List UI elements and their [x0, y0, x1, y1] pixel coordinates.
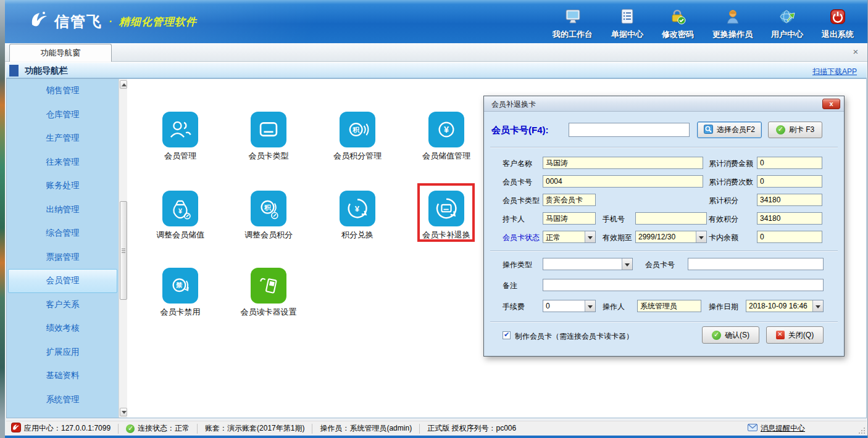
nav-user-center[interactable]: 用户中心	[771, 9, 803, 40]
chevron-down-icon[interactable]	[585, 231, 595, 242]
sidebar-item-basedata[interactable]: 基础资料	[7, 364, 119, 388]
sidebar-item-system[interactable]: 系统管理	[7, 388, 119, 412]
scrollbar-thumb[interactable]	[120, 201, 127, 300]
sidebar-item-contacts[interactable]: 往来管理	[7, 151, 119, 175]
scan-download-app-link[interactable]: 扫描下载APP	[812, 67, 857, 77]
module-adjust-points[interactable]: 积 调整会员积分	[232, 191, 306, 241]
sidebar-item-production[interactable]: 生产管理	[7, 126, 119, 151]
app-tagline: 精细化管理软件	[119, 15, 197, 29]
yuan-refresh-icon: ¥	[340, 191, 375, 226]
lock-icon	[670, 9, 686, 27]
nav-exit-system[interactable]: 退出系统	[822, 9, 854, 40]
tab-strip: 功能导航窗 ×	[5, 43, 867, 62]
total-spend-input[interactable]	[757, 157, 822, 169]
card-type-input[interactable]	[543, 194, 596, 206]
divider	[197, 424, 198, 434]
tab-close-icon[interactable]: ×	[850, 46, 861, 57]
status-account-set: 账套：演示账套(2017年第1期)	[205, 423, 304, 434]
tab-function-nav[interactable]: 功能导航窗	[9, 44, 112, 62]
function-nav-bar: 功能导航栏 扫描下载APP	[6, 62, 867, 78]
module-adjust-stored-value[interactable]: ¥ 调整会员储值	[143, 191, 217, 241]
sidebar-item-performance[interactable]: 绩效考核	[7, 316, 119, 341]
app-title-dot: ·	[109, 15, 113, 28]
connection-ok-icon	[126, 424, 135, 433]
sidebar-item-members[interactable]: 会员管理	[8, 269, 117, 293]
logo-icon	[28, 10, 49, 33]
sidebar-item-crm[interactable]: 客户关系	[7, 293, 119, 317]
header-nav: 我的工作台 单据中心 修改密码 更换操作员 用户中心	[553, 9, 854, 40]
sidebar-item-warehouse[interactable]: 仓库管理	[7, 103, 119, 127]
total-points-input[interactable]	[757, 194, 822, 206]
scrollbar-up-icon[interactable]	[120, 80, 127, 89]
module-card-reader-settings[interactable]: 会员读卡器设置	[232, 268, 306, 318]
status-operator: 操作员：系统管理员(admin)	[320, 423, 412, 434]
valid-until-label: 有效期至	[603, 233, 632, 243]
phone-input[interactable]	[635, 212, 707, 225]
valid-until-combo[interactable]: 2999/12/30	[635, 231, 707, 243]
module-stored-value-management[interactable]: ¥ 会员储值管理	[409, 112, 483, 162]
sidebar-item-extensions[interactable]: 扩展应用	[7, 341, 119, 365]
module-points-exchange[interactable]: ¥ 积分兑换	[320, 191, 394, 241]
documents-icon	[619, 9, 635, 27]
window-bottom-border	[5, 436, 867, 438]
svg-text:¥: ¥	[178, 207, 182, 215]
status-message-center[interactable]: 消息提醒中心	[748, 423, 805, 434]
chevron-down-icon[interactable]	[585, 300, 595, 312]
module-points-management[interactable]: 积 会员积分管理	[320, 112, 394, 162]
operator-input[interactable]	[637, 300, 701, 312]
status-app-center: 应用中心：127.0.0.1:7099	[11, 423, 111, 434]
dialog-close-action-button[interactable]: 关闭(Q)	[766, 326, 824, 344]
sidebar-item-sales[interactable]: 销售管理	[7, 79, 119, 103]
highlight-box	[417, 183, 475, 242]
new-card-no-input[interactable]	[688, 258, 824, 270]
valid-points-label: 有效积分	[709, 214, 738, 225]
card-status-label: 会员卡状态	[503, 233, 540, 243]
select-member-button[interactable]: 选择会员F2	[697, 122, 762, 138]
nav-my-workbench[interactable]: 我的工作台	[553, 9, 593, 40]
card-query-input[interactable]	[569, 123, 690, 137]
balance-label: 卡内余额	[709, 233, 738, 243]
op-type-combo[interactable]	[543, 258, 633, 270]
divider	[419, 424, 420, 434]
nav-document-center[interactable]: 单据中心	[611, 9, 643, 40]
customer-name-input[interactable]	[543, 157, 703, 169]
svg-text:¥: ¥	[444, 125, 449, 134]
module-card-disable[interactable]: 禁 会员卡禁用	[143, 268, 217, 318]
nav-switch-operator[interactable]: 更换操作员	[712, 9, 753, 40]
chevron-down-icon[interactable]	[696, 231, 706, 242]
chevron-down-icon[interactable]	[812, 300, 823, 312]
desktop-edge-strip	[0, 0, 5, 438]
yuan-circle-icon: ¥	[428, 112, 464, 147]
svg-text:¥: ¥	[355, 204, 360, 213]
scrollbar-down-icon[interactable]	[120, 408, 127, 416]
members-icon	[162, 112, 198, 147]
op-date-combo[interactable]: 2018-10-09 16:46	[746, 300, 824, 312]
points-edit-icon: 积	[251, 191, 286, 226]
swipe-card-button[interactable]: 刷卡 F3	[768, 122, 822, 138]
make-card-checkbox[interactable]	[503, 331, 511, 339]
sidebar-item-cashier[interactable]: 出纳管理	[7, 198, 119, 222]
nav-change-password[interactable]: 修改密码	[662, 9, 694, 40]
envelope-icon	[748, 424, 757, 433]
app-logo-icon	[11, 423, 21, 434]
confirm-button[interactable]: 确认(S)	[702, 326, 759, 344]
remark-input[interactable]	[543, 279, 824, 291]
balance-input[interactable]	[757, 231, 822, 243]
fee-combo[interactable]: 0	[543, 300, 596, 312]
chevron-down-icon[interactable]	[622, 258, 632, 270]
spend-count-input[interactable]	[757, 175, 822, 188]
valid-points-input[interactable]	[757, 212, 822, 225]
module-member-management[interactable]: 会员管理	[143, 112, 217, 162]
sidebar-item-general[interactable]: 综合管理	[7, 221, 119, 246]
dialog-titlebar[interactable]: 会员补退换卡	[484, 96, 844, 112]
sidebar-item-invoice[interactable]: 票据管理	[7, 246, 119, 270]
card-no-input[interactable]	[543, 175, 703, 188]
sidebar-scrollbar[interactable]	[119, 79, 127, 418]
card-status-combo[interactable]: 正常	[543, 231, 596, 243]
op-date-label: 操作日期	[709, 302, 738, 312]
sidebar-item-accounting[interactable]: 账务处理	[7, 174, 119, 198]
holder-input[interactable]	[543, 212, 596, 225]
status-bar: 应用中心：127.0.0.1:7099 连接状态：正常 账套：演示账套(2017…	[6, 421, 867, 436]
dialog-close-button[interactable]: x	[822, 99, 840, 109]
module-card-types[interactable]: 会员卡类型	[232, 112, 306, 162]
